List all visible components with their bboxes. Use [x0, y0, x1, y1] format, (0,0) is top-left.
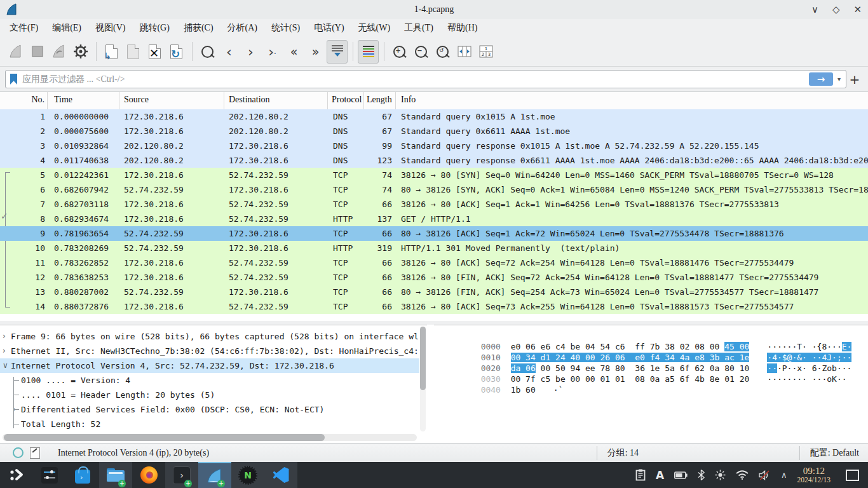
- details-horizontal-scrollbar[interactable]: [3, 434, 417, 441]
- auto-scroll-button[interactable]: [327, 40, 348, 64]
- menu-item[interactable]: 工具(T): [397, 20, 440, 36]
- zoom-reset-button[interactable]: ↺: [432, 40, 453, 64]
- display-filter-field[interactable]: → ▾: [5, 70, 846, 88]
- packet-row[interactable]: 3 0.010932864 202.120.80.2 172.30.218.6 …: [0, 139, 868, 153]
- capture-options-button[interactable]: [70, 40, 91, 64]
- reload-file-button[interactable]: ↻: [166, 40, 187, 64]
- go-forward-button[interactable]: ›: [240, 40, 261, 64]
- expander-icon[interactable]: ›: [3, 329, 11, 344]
- battery-icon[interactable]: [674, 471, 688, 479]
- number-columns-button[interactable]: 123: [475, 40, 496, 64]
- close-button[interactable]: ✕: [853, 5, 862, 15]
- open-file-button[interactable]: ↳: [101, 40, 122, 64]
- menu-item[interactable]: 跳转(G): [132, 20, 176, 36]
- detail-line[interactable]: › Ethernet II, Src: NewH3CTechno_7b:38:0…: [0, 344, 419, 358]
- packet-destination: 52.74.232.59: [224, 212, 328, 226]
- menu-item[interactable]: 分析(A): [220, 20, 264, 36]
- system-settings-button[interactable]: [33, 462, 66, 488]
- neovim-button[interactable]: N: [231, 462, 264, 488]
- go-to-packet-button[interactable]: ›·: [262, 40, 283, 64]
- detail-line[interactable]: 0100 .... = Version: 4: [0, 373, 419, 388]
- packet-row[interactable]: 7 0.682703118 172.30.218.6 52.74.232.59 …: [0, 197, 868, 212]
- maximize-button[interactable]: ◇: [832, 5, 840, 15]
- go-back-button[interactable]: ‹: [219, 40, 240, 64]
- app-launcher-button[interactable]: [0, 462, 33, 488]
- go-first-button[interactable]: «: [283, 40, 304, 64]
- menu-item[interactable]: 无线(W): [351, 20, 398, 36]
- column-header-time[interactable]: Time: [48, 92, 119, 109]
- detail-line[interactable]: › Differentiated Services Field: 0x00 (D…: [0, 402, 419, 417]
- detail-line[interactable]: ∨ Internet Protocol Version 4, Src: 52.7…: [0, 358, 419, 373]
- resize-columns-button[interactable]: [454, 40, 475, 64]
- firefox-button[interactable]: [132, 462, 165, 488]
- detail-line[interactable]: .... 0101 = Header Length: 20 bytes (5): [0, 388, 419, 402]
- close-file-button[interactable]: ✕: [144, 40, 165, 64]
- packet-row[interactable]: 2 0.000075600 172.30.218.6 202.120.80.2 …: [0, 124, 868, 139]
- detail-line[interactable]: Total Length: 52: [0, 417, 419, 431]
- packet-row[interactable]: 11 0.783262852 172.30.218.6 52.74.232.59…: [0, 255, 868, 270]
- packet-row[interactable]: 5 0.012242361 172.30.218.6 52.74.232.59 …: [0, 168, 868, 182]
- filter-dropdown-caret-icon[interactable]: ▾: [837, 76, 841, 83]
- packet-row[interactable]: 8 0.682934674 172.30.218.6 52.74.232.59 …: [0, 212, 868, 226]
- go-last-button[interactable]: »: [305, 40, 326, 64]
- terminal-button[interactable]: › +: [165, 462, 198, 488]
- packet-protocol: TCP: [328, 197, 364, 212]
- tray-expander-icon[interactable]: ∧: [781, 470, 787, 480]
- menu-item[interactable]: 捕获(C): [177, 20, 220, 36]
- packet-source: 172.30.218.6: [119, 299, 224, 314]
- keyboard-layout-icon[interactable]: A: [656, 469, 664, 482]
- volume-muted-icon[interactable]: [759, 470, 771, 480]
- find-packet-button[interactable]: [197, 40, 218, 64]
- expert-info-icon[interactable]: [13, 447, 24, 458]
- packet-row[interactable]: 14 0.880372876 172.30.218.6 52.74.232.59…: [0, 299, 868, 314]
- expander-icon[interactable]: ∨: [3, 358, 11, 373]
- packet-row[interactable]: 4 0.011740638 202.120.80.2 172.30.218.6 …: [0, 153, 868, 168]
- expander-icon[interactable]: ›: [3, 344, 11, 358]
- menu-item[interactable]: 编辑(E): [45, 20, 88, 36]
- packet-row[interactable]: 12 0.783638253 172.30.218.6 52.74.232.59…: [0, 270, 868, 285]
- wifi-icon[interactable]: [736, 470, 749, 480]
- packet-row[interactable]: 6 0.682607942 52.74.232.59 172.30.218.6 …: [0, 182, 868, 197]
- details-vertical-scrollbar[interactable]: [420, 327, 426, 431]
- bluetooth-icon[interactable]: [698, 470, 705, 480]
- menu-item[interactable]: 帮助(H): [440, 20, 484, 36]
- packet-row[interactable]: 9 0.781963654 52.74.232.59 172.30.218.6 …: [0, 226, 868, 241]
- clipboard-icon[interactable]: [635, 469, 646, 481]
- colorize-packets-button[interactable]: [358, 40, 379, 64]
- menu-item[interactable]: 文件(F): [3, 20, 45, 36]
- status-profile[interactable]: 配置: Default: [800, 447, 868, 459]
- save-file-button[interactable]: [123, 40, 144, 64]
- menu-item[interactable]: 电话(Y): [307, 20, 351, 36]
- capture-comment-icon[interactable]: [30, 447, 40, 459]
- column-header-destination[interactable]: Destination: [224, 92, 328, 109]
- clock[interactable]: 09:12 2024/12/13: [797, 466, 831, 484]
- wireshark-task-button[interactable]: +: [198, 462, 231, 488]
- hex-row[interactable]: 0000e0 06 e6 c4 be 04 54 c6 ff 7b 38 02 …: [441, 330, 868, 341]
- column-header-no[interactable]: No.: [0, 92, 48, 109]
- packet-row[interactable]: 13 0.880287002 52.74.232.59 172.30.218.6…: [0, 285, 868, 299]
- apply-filter-button[interactable]: →: [809, 72, 833, 86]
- detail-line[interactable]: › Frame 9: 66 bytes on wire (528 bits), …: [0, 329, 419, 344]
- menu-item[interactable]: 统计(S): [264, 20, 307, 36]
- packet-row[interactable]: 1 0.000000000 172.30.218.6 202.120.80.2 …: [0, 109, 868, 124]
- show-desktop-button[interactable]: [846, 470, 859, 481]
- column-header-length[interactable]: Length: [364, 92, 396, 109]
- menu-item[interactable]: 视图(V): [88, 20, 132, 36]
- packet-row[interactable]: 10 0.783208269 52.74.232.59 172.30.218.6…: [0, 241, 868, 255]
- zoom-in-button[interactable]: +: [389, 40, 410, 64]
- restart-capture-button[interactable]: [48, 40, 69, 64]
- filter-input[interactable]: [21, 74, 809, 85]
- column-header-protocol[interactable]: Protocol: [328, 92, 364, 109]
- filter-bookmark-icon[interactable]: [10, 74, 17, 85]
- stop-capture-button[interactable]: [27, 40, 48, 64]
- file-manager-button[interactable]: +: [99, 462, 132, 488]
- discover-button[interactable]: ›: [66, 462, 99, 488]
- zoom-out-button[interactable]: −: [410, 40, 431, 64]
- brightness-icon[interactable]: [715, 470, 726, 480]
- column-header-info[interactable]: Info: [396, 92, 868, 109]
- vscode-button[interactable]: [264, 462, 297, 488]
- start-capture-button[interactable]: [5, 40, 26, 64]
- add-filter-button[interactable]: +: [846, 72, 863, 87]
- minimize-button[interactable]: ∨: [811, 5, 818, 15]
- column-header-source[interactable]: Source: [119, 92, 224, 109]
